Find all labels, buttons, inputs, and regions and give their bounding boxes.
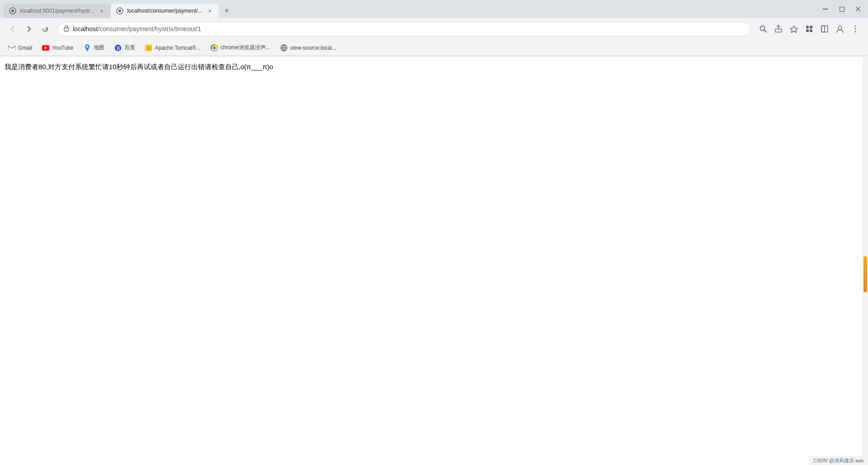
address-lock-icon xyxy=(64,25,69,33)
svg-line-10 xyxy=(764,30,767,33)
bookmark-baidu[interactable]: 百 百度 xyxy=(110,42,140,54)
tab-1[interactable]: localhost:8001/payment/hystr... ✕ xyxy=(4,4,111,18)
maximize-button[interactable] xyxy=(835,3,848,15)
forward-button[interactable] xyxy=(22,22,36,36)
nav-bar: localhost/consumer/payment/hystrix/timeo… xyxy=(0,18,868,40)
address-domain: localhost xyxy=(73,25,98,33)
gmail-icon xyxy=(8,44,15,52)
svg-rect-16 xyxy=(810,29,812,32)
svg-point-21 xyxy=(855,28,856,30)
tab-1-close[interactable]: ✕ xyxy=(98,7,105,14)
svg-point-28 xyxy=(86,46,88,47)
nav-right-buttons xyxy=(756,22,863,36)
share-button[interactable] xyxy=(771,22,786,36)
svg-point-20 xyxy=(855,26,856,27)
window-controls xyxy=(819,3,864,15)
tab-2[interactable]: localhost/consumer/payment/... ✕ xyxy=(111,4,218,18)
bookmark-gmail-label: Gmail xyxy=(18,45,32,51)
bookmark-baidu-label: 百度 xyxy=(124,44,135,52)
bookmarks-bar: Gmail YouTube 地图 xyxy=(0,40,868,56)
tab-2-favicon xyxy=(116,7,123,14)
reading-list-button[interactable] xyxy=(817,22,832,36)
baidu-icon: 百 xyxy=(114,44,122,52)
more-menu-button[interactable] xyxy=(848,22,863,36)
scrollbar-track[interactable] xyxy=(863,56,868,456)
profile-button[interactable] xyxy=(833,22,847,36)
tab-2-close[interactable]: ✕ xyxy=(206,7,213,14)
address-url: localhost/consumer/payment/hystrix/timeo… xyxy=(73,25,745,33)
svg-marker-12 xyxy=(790,26,797,33)
tab-1-title: localhost:8001/payment/hystr... xyxy=(20,8,94,14)
svg-rect-23 xyxy=(8,45,15,51)
bottom-bar: CSDN @清风微凉 aaa xyxy=(809,456,868,465)
bookmark-gmail[interactable]: Gmail xyxy=(4,42,37,54)
scrollbar-thumb[interactable] xyxy=(863,256,867,292)
svg-point-19 xyxy=(838,26,842,30)
bookmark-view-source-label: view-source:local... xyxy=(290,45,336,51)
bookmark-chrome-sound-label: chrome浏览器没声... xyxy=(221,44,270,52)
bookmark-youtube-label: YouTube xyxy=(52,45,73,51)
svg-text:百: 百 xyxy=(116,46,120,51)
bookmark-maps-label: 地图 xyxy=(94,44,104,52)
svg-point-34 xyxy=(213,47,216,49)
maps-icon xyxy=(84,44,91,52)
tab-2-title: localhost/consumer/payment/... xyxy=(127,8,202,14)
close-button[interactable] xyxy=(852,3,864,15)
youtube-icon xyxy=(42,44,49,52)
bookmark-chrome-sound[interactable]: chrome浏览器没声... xyxy=(206,42,275,54)
reload-button[interactable] xyxy=(38,22,52,36)
extensions-button[interactable] xyxy=(802,22,816,36)
svg-rect-18 xyxy=(821,26,825,32)
svg-rect-13 xyxy=(806,26,809,28)
address-bar[interactable]: localhost/consumer/payment/hystrix/timeo… xyxy=(58,22,750,36)
bookmark-youtube[interactable]: YouTube xyxy=(38,42,78,54)
tab-1-favicon xyxy=(9,7,16,14)
svg-rect-4 xyxy=(823,9,828,9)
page-content: 我是消费者80,对方支付系统繁忙请10秒钟后再试或者自己运行出错请检查自己,o(… xyxy=(0,56,868,465)
back-button[interactable] xyxy=(5,22,20,36)
svg-point-22 xyxy=(855,31,856,33)
new-tab-button[interactable]: + xyxy=(221,5,233,17)
bookmark-maps[interactable]: 地图 xyxy=(79,42,109,54)
svg-point-3 xyxy=(118,9,121,12)
taskbar-right-text: CSDN @清风微凉 aaa xyxy=(813,457,863,464)
globe-icon xyxy=(280,44,288,52)
browser-chrome: localhost:8001/payment/hystr... ✕ localh… xyxy=(0,0,868,56)
svg-rect-15 xyxy=(806,29,809,32)
minimize-button[interactable] xyxy=(819,3,832,15)
tomcat-icon: T xyxy=(145,44,152,52)
page-main-text: 我是消费者80,对方支付系统繁忙请10秒钟后再试或者自己运行出错请检查自己,o(… xyxy=(5,62,863,71)
svg-rect-14 xyxy=(810,26,812,28)
bookmark-star-button[interactable] xyxy=(787,22,801,36)
svg-rect-8 xyxy=(64,28,69,31)
bookmark-tomcat-label: Apache Tomcat®... xyxy=(155,45,201,51)
svg-text:T: T xyxy=(147,47,150,51)
title-bar: localhost:8001/payment/hystr... ✕ localh… xyxy=(0,0,868,18)
svg-rect-5 xyxy=(840,7,844,11)
search-button[interactable] xyxy=(756,22,770,36)
tabs-area: localhost:8001/payment/hystr... ✕ localh… xyxy=(4,0,819,18)
svg-point-1 xyxy=(11,9,14,12)
address-path: /consumer/payment/hystrix/timeout/1 xyxy=(98,25,201,33)
chrome-sound-icon xyxy=(211,44,218,52)
bookmark-tomcat[interactable]: T Apache Tomcat®... xyxy=(141,42,205,54)
bookmark-view-source[interactable]: view-source:local... xyxy=(276,42,341,54)
